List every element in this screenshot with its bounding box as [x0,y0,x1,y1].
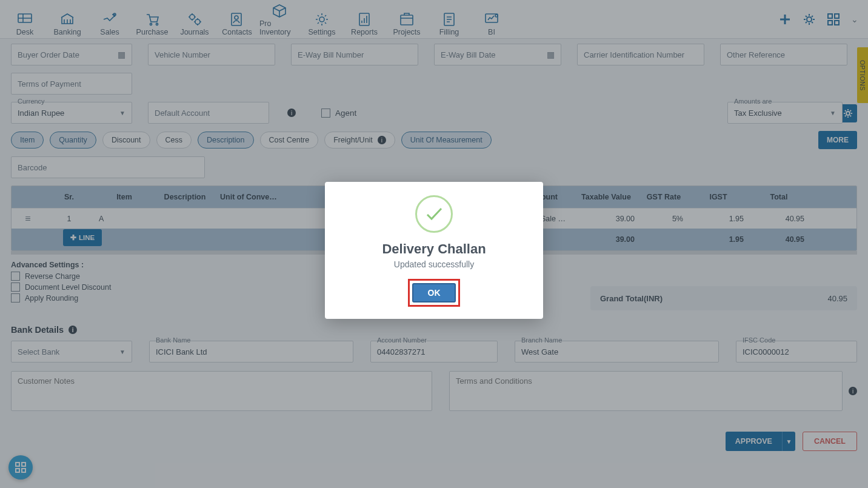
modal-overlay: Delivery Challan Updated successfully OK [0,0,868,488]
modal-message: Updated successfully [338,259,530,269]
success-modal: Delivery Challan Updated successfully OK [325,182,543,319]
success-check-icon [415,195,453,233]
ok-button[interactable]: OK [412,283,456,302]
ok-highlight: OK [408,279,460,307]
modal-title: Delivery Challan [338,241,530,257]
